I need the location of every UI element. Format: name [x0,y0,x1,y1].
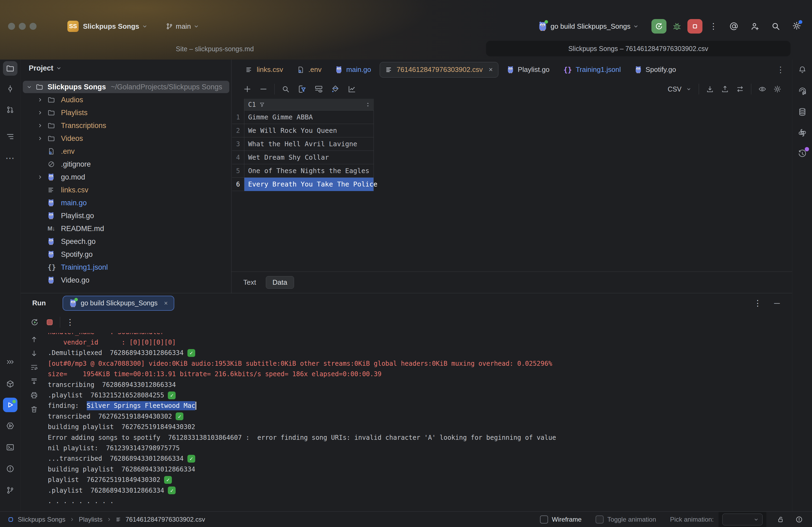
view-options-eye-icon[interactable] [758,85,766,93]
chart-view-icon[interactable] [348,85,356,93]
tab-spotify-go[interactable]: Spotify.go [628,60,683,80]
chevron-right-icon[interactable] [37,122,43,129]
chevron-down-icon[interactable] [26,84,32,90]
chevron-right-icon[interactable] [37,96,43,103]
python-packages-icon[interactable] [795,125,810,140]
tree-row-spotifygo[interactable]: Spotify.go [21,248,231,261]
tree-row-env[interactable]: .env [21,145,231,158]
structure-tool-button[interactable] [3,129,17,144]
data-view-tab[interactable]: Data [266,276,294,289]
branch-selector[interactable]: main [166,22,200,31]
run-configuration-selector[interactable]: go build Slickpups_Songs [538,21,639,32]
close-tab-icon[interactable]: × [489,65,493,74]
debug-button[interactable] [672,22,682,31]
lock-open-icon[interactable] [777,516,785,523]
column-filter-icon[interactable] [298,85,306,93]
table-row[interactable]: 2 We Will Rock You Queen [232,124,374,137]
close-run-tab-icon[interactable]: × [164,299,168,307]
clear-console-icon[interactable] [30,405,38,413]
tab-env[interactable]: .env [290,60,329,80]
table-row[interactable]: 3 What the Hell Avril Lavigne [232,137,374,151]
problems-tool-button[interactable] [3,462,17,476]
table-cell[interactable]: What the Hell Avril Lavigne [244,137,374,151]
chevron-right-icon[interactable] [37,135,43,142]
chevron-right-icon[interactable] [37,109,43,116]
tree-row-transcriptions[interactable]: Transcriptions [21,119,231,132]
tree-row-playlists[interactable]: Playlists [21,106,231,119]
project-selector-label[interactable]: Slickpups Songs [83,22,139,31]
soft-wrap-icon[interactable] [30,363,38,371]
tree-row-root[interactable]: Slickpups Songs~/GolandProjects/Slickpup… [21,80,231,93]
event-log-icon[interactable] [795,516,803,523]
close-window-button[interactable] [8,23,15,30]
table-cell[interactable]: One of These Nights the Eagles [244,164,374,178]
more-tool-windows-button[interactable]: ⋯ [3,151,17,165]
search-everywhere-icon[interactable] [771,22,780,31]
minimize-window-button[interactable] [19,23,26,30]
run-button[interactable] [651,19,666,33]
run-panel-options-button[interactable]: ⋮ [754,299,762,307]
ai-assistant-icon[interactable] [729,22,738,31]
swap-columns-icon[interactable] [736,85,744,93]
import-icon[interactable] [706,85,714,93]
tree-row-audios[interactable]: Audios [21,93,231,106]
tab-training1-jsonl[interactable]: {} Training1.jsonl [557,60,628,80]
breadcrumb-project[interactable]: Slickpups Songs [18,516,65,523]
database-tool-icon[interactable] [795,105,810,119]
notifications-bell-icon[interactable] [795,63,810,77]
wireframe-checkbox[interactable] [540,515,548,524]
text-view-tab[interactable]: Text [243,278,256,287]
table-row[interactable]: 4 Wet Dream Shy Collar [232,151,374,164]
code-with-me-icon[interactable] [750,22,759,31]
commit-tool-button[interactable] [3,81,17,96]
expand-stripe-button[interactable] [3,355,17,369]
minimize-panel-icon[interactable]: ─ [774,299,780,308]
grid-column-header[interactable]: C1 [244,99,374,110]
scroll-down-icon[interactable] [30,349,38,358]
console-output[interactable]: handler_name : SoundHandler vendor_id : … [48,333,773,508]
tab-csv-active[interactable]: 7614612847976303902.csv × [380,62,498,77]
rerun-button[interactable] [30,318,39,327]
add-row-button[interactable] [243,85,251,93]
table-row-selected[interactable]: 6 Every Breath You Take The Police [232,178,374,191]
ai-chat-icon[interactable] [795,84,810,98]
profiler-tool-button[interactable] [3,419,17,433]
tree-row-playlistgo[interactable]: Playlist.go [21,209,231,222]
format-selector[interactable]: CSV [668,85,692,93]
table-cell[interactable]: Wet Dream Shy Collar [244,151,374,164]
pick-animation-dropdown[interactable] [722,514,763,525]
tree-row-videos[interactable]: Videos [21,132,231,145]
table-cell[interactable]: We Will Rock You Queen [244,124,374,137]
breadcrumb-folder[interactable]: Playlists [79,516,102,523]
project-tool-button[interactable] [3,61,17,76]
tree-row-gitignore[interactable]: .gitignore [21,158,231,171]
wireframe-toggle[interactable]: Wireframe [540,515,582,524]
tree-row-speechgo[interactable]: Speech.go [21,235,231,248]
tree-row-maingo[interactable]: main.go [21,196,231,209]
breadcrumb-file[interactable]: 7614612847976303902.csv [126,516,205,523]
filter-funnel-icon[interactable] [259,102,265,108]
table-row[interactable]: 1 Gimme Gimme ABBA [232,110,374,124]
scroll-up-icon[interactable] [30,335,38,344]
toggle-animation-toggle[interactable]: Toggle animation [596,515,656,524]
version-control-tool-button[interactable] [3,483,17,497]
toggle-animation-checkbox[interactable] [596,515,604,524]
data-settings-gear-icon[interactable] [773,85,781,93]
tree-row-trainingjsonl[interactable]: {} Training1.jsonl [21,261,231,274]
table-row[interactable]: 5 One of These Nights the Eagles [232,164,374,178]
tab-playlist-go[interactable]: Playlist.go [500,60,557,80]
project-panel-header[interactable]: Project [21,60,231,77]
more-actions-button[interactable]: ⋮ [709,22,717,30]
row-visibility-icon[interactable] [315,85,323,93]
search-icon[interactable] [282,85,290,93]
settings-gear-icon[interactable] [792,21,801,31]
stop-button[interactable] [687,19,702,33]
console-more-actions[interactable]: ⋮ [66,318,74,326]
run-configuration-tab[interactable]: go build Slickpups_Songs × [62,296,174,311]
history-icon[interactable] [795,147,810,161]
tree-row-linkscsv[interactable]: links.csv [21,183,231,196]
scroll-to-end-icon[interactable] [30,377,38,385]
tree-row-videogo[interactable]: Video.go [21,274,231,287]
remove-row-button[interactable] [259,85,267,93]
export-icon[interactable] [721,85,729,93]
